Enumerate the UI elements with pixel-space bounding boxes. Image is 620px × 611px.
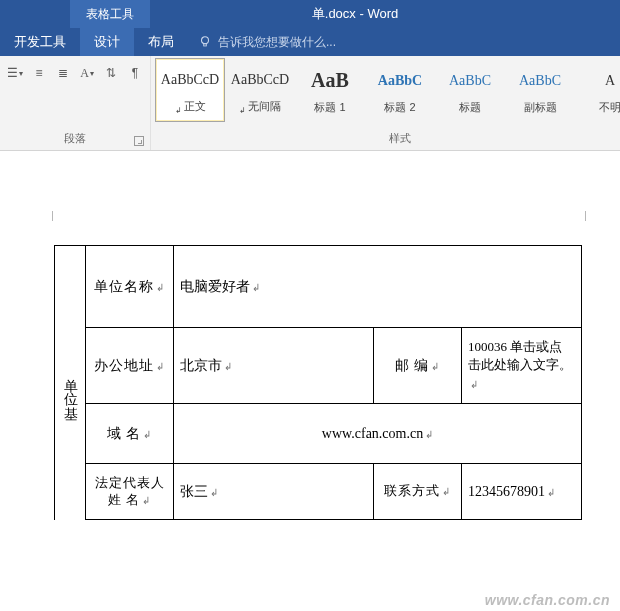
style-item[interactable]: AaBbCcD↲无间隔 <box>225 58 295 122</box>
document-area[interactable]: ✥ 单位基 单位名称↲ 电脑爱好者↲ 办公地址↲ 北京市↲ 邮 编↲ 10003… <box>0 151 620 611</box>
style-preview: AaBbC <box>449 66 491 96</box>
side-label-cell[interactable]: 单位基 <box>55 246 86 520</box>
style-preview: AaB <box>311 66 349 96</box>
lightbulb-icon <box>198 35 212 49</box>
page: 单位基 单位名称↲ 电脑爱好者↲ 办公地址↲ 北京市↲ 邮 编↲ 100036 … <box>12 221 620 520</box>
svg-point-0 <box>202 37 209 44</box>
style-item[interactable]: A不明 <box>575 58 620 122</box>
styles-gallery[interactable]: AaBbCcD↲正文AaBbCcD↲无间隔AaB标题 1AaBbC标题 2AaB… <box>155 56 620 122</box>
style-name: ↲正文 <box>175 99 206 115</box>
show-marks-button[interactable]: ¶ <box>126 64 144 82</box>
value-cell[interactable]: 北京市↲ <box>174 328 374 404</box>
style-preview: AaBbCcD <box>231 65 289 95</box>
style-item[interactable]: AaBbC副标题 <box>505 58 575 122</box>
dialog-launcher-icon[interactable] <box>134 136 144 146</box>
style-preview: A <box>605 66 615 96</box>
label-cell[interactable]: 法定代表人姓 名↲ <box>86 464 174 520</box>
svg-rect-1 <box>204 44 207 46</box>
style-item[interactable]: AaBbC标题 2 <box>365 58 435 122</box>
style-name: 不明 <box>599 100 620 115</box>
group-label-paragraph: 段落 <box>0 129 150 150</box>
style-preview: AaBbC <box>378 66 422 96</box>
value-cell[interactable]: 100036 单击或点击此处输入文字。↲ <box>462 328 582 404</box>
style-name: ↲无间隔 <box>239 99 281 115</box>
asian-layout-button[interactable]: A▾ <box>78 64 96 82</box>
ribbon-tab-row: 开发工具 设计 布局 告诉我您想要做什么... <box>0 28 620 56</box>
style-preview: AaBbCcD <box>161 65 219 95</box>
label-cell[interactable]: 办公地址↲ <box>86 328 174 404</box>
increase-indent-button[interactable]: ≣ <box>54 64 72 82</box>
style-item[interactable]: AaBbC标题 <box>435 58 505 122</box>
style-name: 标题 1 <box>314 100 345 115</box>
value-cell[interactable]: 12345678901↲ <box>462 464 582 520</box>
sort-button[interactable]: ⇅ <box>102 64 120 82</box>
label-cell[interactable]: 联系方式↲ <box>374 464 462 520</box>
ribbon: ☰▾ ≡ ≣ A▾ ⇅ ¶ 段落 AaBbCcD↲正文AaBbCcD↲无间隔Aa… <box>0 56 620 151</box>
style-preview: AaBbC <box>519 66 561 96</box>
tell-me-placeholder: 告诉我您想要做什么... <box>218 34 336 51</box>
tab-developer[interactable]: 开发工具 <box>0 28 80 56</box>
group-label-styles: 样式 <box>151 129 620 150</box>
title-bar: 表格工具 单.docx - Word <box>0 0 620 28</box>
style-item[interactable]: AaB标题 1 <box>295 58 365 122</box>
document-table[interactable]: 单位基 单位名称↲ 电脑爱好者↲ 办公地址↲ 北京市↲ 邮 编↲ 100036 … <box>54 245 582 520</box>
tab-layout[interactable]: 布局 <box>134 28 188 56</box>
label-cell[interactable]: 单位名称↲ <box>86 246 174 328</box>
group-styles: AaBbCcD↲正文AaBbCcD↲无间隔AaB标题 1AaBbC标题 2AaB… <box>151 56 620 150</box>
style-name: 标题 2 <box>384 100 415 115</box>
label-cell[interactable]: 邮 编↲ <box>374 328 462 404</box>
decrease-indent-button[interactable]: ≡ <box>30 64 48 82</box>
tell-me-box[interactable]: 告诉我您想要做什么... <box>198 34 336 51</box>
value-cell[interactable]: www.cfan.com.cn↲ <box>174 404 582 464</box>
bullets-button[interactable]: ☰▾ <box>6 64 24 82</box>
style-item[interactable]: AaBbCcD↲正文 <box>155 58 225 122</box>
document-title: 单.docx - Word <box>90 5 620 23</box>
label-cell[interactable]: 域 名↲ <box>86 404 174 464</box>
value-cell[interactable]: 张三↲ <box>174 464 374 520</box>
watermark: www.cfan.com.cn <box>485 592 610 608</box>
style-name: 标题 <box>459 100 481 115</box>
tab-design[interactable]: 设计 <box>80 28 134 56</box>
style-name: 副标题 <box>524 100 557 115</box>
value-cell[interactable]: 电脑爱好者↲ <box>174 246 582 328</box>
group-paragraph: ☰▾ ≡ ≣ A▾ ⇅ ¶ 段落 <box>0 56 151 150</box>
